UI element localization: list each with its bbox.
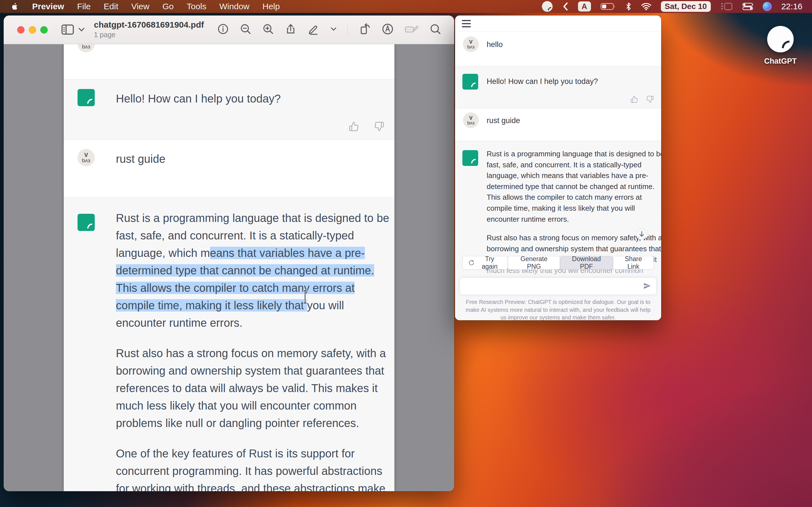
stage-manager-icon[interactable]	[720, 2, 733, 11]
menu-item-window[interactable]: Window	[219, 2, 250, 11]
user-avatar: V bʌɜ	[463, 36, 479, 52]
menu-hamburger-icon[interactable]	[462, 20, 471, 27]
desktop-icon-label: ChatGPT	[764, 57, 797, 66]
message-composer	[460, 277, 657, 295]
user-message-text: rust guide	[487, 116, 520, 125]
menu-item-view[interactable]: View	[131, 2, 149, 11]
thumbs-down-icon[interactable]	[646, 96, 654, 103]
user-avatar: V bʌɜ	[78, 149, 95, 166]
chatgpt-avatar	[462, 74, 478, 90]
info-button[interactable]	[217, 23, 229, 35]
try-again-button[interactable]: Try again	[462, 256, 508, 270]
user-prompt-text: rust guide	[116, 153, 165, 165]
zoom-in-button[interactable]	[262, 23, 274, 35]
menu-bar-status: A Sat, Dec 10 22:16	[542, 1, 812, 12]
share-link-button[interactable]: Share Link	[613, 256, 654, 270]
highlight-button[interactable]	[307, 23, 320, 35]
download-pdf-button[interactable]: Download PDF	[560, 256, 613, 270]
pdf-row-user-rust-guide: V bʌɜ rust guide	[64, 140, 395, 197]
user-avatar: V bʌɜ	[78, 44, 95, 52]
message-input[interactable]	[465, 281, 637, 292]
send-icon[interactable]	[643, 282, 651, 290]
share-button[interactable]	[285, 23, 297, 35]
siri-icon[interactable]	[763, 2, 772, 11]
chatgpt-avatar	[78, 89, 95, 106]
menu-item-go[interactable]: Go	[162, 2, 174, 11]
close-button[interactable]	[17, 26, 24, 34]
search-button[interactable]	[429, 23, 441, 35]
battery-icon[interactable]	[601, 2, 616, 11]
date-indicator[interactable]: Sat, Dec 10	[661, 1, 711, 12]
menu-item-help[interactable]: Help	[262, 2, 280, 11]
assistant-greeting-text: Hello! How can I help you today?	[487, 77, 598, 86]
sidebar-toggle-icon[interactable]	[61, 24, 74, 35]
assistant-greeting-text: Hello! How can I help you today?	[116, 93, 281, 105]
menu-bar-left: Preview File Edit View Go Tools Window H…	[0, 2, 280, 11]
openai-status-icon[interactable]	[542, 1, 553, 12]
rotate-button[interactable]	[358, 23, 371, 35]
control-center-icon[interactable]	[742, 3, 753, 10]
chatgpt-avatar	[462, 150, 478, 166]
menu-item-tools[interactable]: Tools	[187, 2, 206, 11]
pdf-row-assistant-rust: Rust is a programming language that is d…	[64, 197, 395, 491]
highlight-chevron-icon[interactable]	[331, 27, 337, 31]
assistant-rust-text: Rust is a programming language that is d…	[116, 209, 389, 491]
thumbs-up-icon	[349, 121, 359, 131]
pdf-page: V bʌɜ Hello! How can I help you today? V…	[64, 44, 395, 491]
zoom-button[interactable]	[40, 26, 48, 34]
preview-window: chatgpt-1670681691904.pdf 1 page V bʌɜ	[4, 15, 454, 491]
chatgpt-desktop-icon[interactable]: ChatGPT	[756, 26, 805, 66]
zoom-out-button[interactable]	[240, 23, 252, 35]
chatgpt-export-window: V bʌɜ hello Hello! How can I help you to…	[455, 15, 661, 320]
thumbs-down-icon	[374, 121, 384, 131]
chatgpt-avatar	[78, 214, 95, 231]
export-footer-disclaimer: Free Research Preview: ChatGPT is optimi…	[463, 298, 653, 320]
input-source-indicator[interactable]: A	[578, 1, 591, 11]
chevron-left-icon[interactable]	[562, 2, 568, 11]
xw-row-assistant-greeting: Hello! How can I help you today?	[455, 66, 661, 108]
thumbs-up-icon[interactable]	[630, 96, 638, 103]
sidebar-chevron-down-icon[interactable]	[78, 27, 85, 32]
preview-titlebar: chatgpt-1670681691904.pdf 1 page	[4, 15, 454, 44]
user-avatar: V bʌɜ	[463, 112, 479, 128]
chatgpt-logo-icon	[767, 26, 794, 52]
xw-row-user-rust-guide: V bʌɜ rust guide	[455, 108, 661, 141]
text-cursor	[302, 290, 308, 304]
toolbar-divider	[347, 23, 348, 35]
export-header	[455, 15, 661, 32]
clock: 22:16	[781, 2, 802, 11]
preview-content-area[interactable]: V bʌɜ Hello! How can I help you today? V…	[4, 44, 454, 491]
bluetooth-icon[interactable]	[625, 2, 631, 11]
pdf-row-user-hello-partial: V bʌɜ	[64, 44, 395, 79]
scroll-to-bottom-button[interactable]	[636, 228, 647, 240]
form-fill-button[interactable]	[405, 23, 419, 35]
minimize-button[interactable]	[29, 26, 36, 34]
export-actions: Try again Generate PNG Download PDF Shar…	[462, 256, 654, 270]
refresh-icon	[468, 260, 474, 266]
menu-bar: Preview File Edit View Go Tools Window H…	[0, 0, 812, 13]
menu-item-edit[interactable]: Edit	[104, 2, 118, 11]
wifi-icon[interactable]	[641, 3, 651, 10]
markup-pen-button[interactable]	[382, 23, 394, 35]
generate-png-button[interactable]: Generate PNG	[508, 256, 560, 270]
apple-menu-icon[interactable]	[10, 2, 19, 11]
pdf-row-assistant-greeting: Hello! How can I help you today?	[64, 79, 395, 140]
xw-row-user-hello: V bʌɜ hello	[455, 32, 661, 66]
user-message-text: hello	[487, 40, 503, 49]
menu-app-name[interactable]: Preview	[32, 2, 64, 11]
menu-item-file[interactable]: File	[77, 2, 91, 11]
